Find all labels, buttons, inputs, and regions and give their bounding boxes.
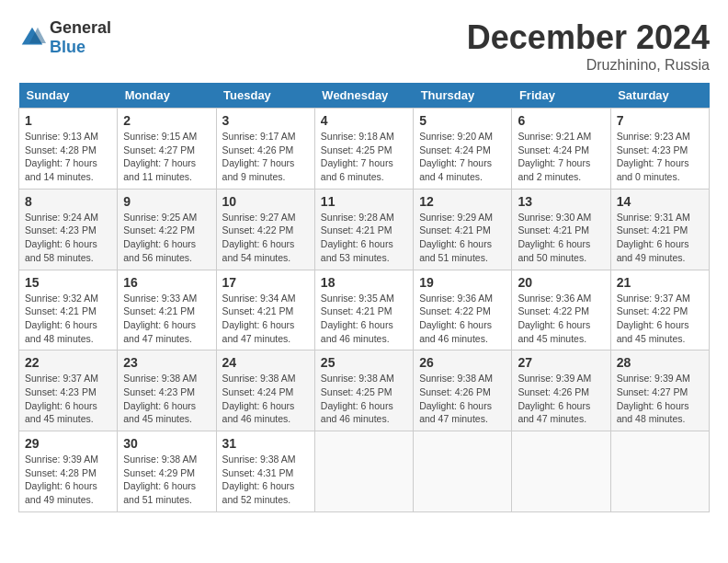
calendar-cell xyxy=(610,431,709,512)
day-number: 6 xyxy=(518,113,604,128)
day-detail: Sunrise: 9:13 AM Sunset: 4:28 PM Dayligh… xyxy=(25,130,111,184)
logo-text: General Blue xyxy=(50,18,111,57)
day-number: 9 xyxy=(123,194,210,209)
day-header-thursday: Thursday xyxy=(414,83,512,109)
calendar-cell: 30 Sunrise: 9:38 AM Sunset: 4:29 PM Dayl… xyxy=(118,431,216,512)
day-detail: Sunrise: 9:23 AM Sunset: 4:23 PM Dayligh… xyxy=(617,130,703,184)
location-title: Druzhinino, Russia xyxy=(467,57,710,74)
day-detail: Sunrise: 9:24 AM Sunset: 4:23 PM Dayligh… xyxy=(25,211,111,265)
day-detail: Sunrise: 9:15 AM Sunset: 4:27 PM Dayligh… xyxy=(123,130,210,184)
calendar-cell: 27 Sunrise: 9:39 AM Sunset: 4:26 PM Dayl… xyxy=(512,350,610,431)
calendar-cell: 28 Sunrise: 9:39 AM Sunset: 4:27 PM Dayl… xyxy=(610,350,709,431)
calendar-cell: 17 Sunrise: 9:34 AM Sunset: 4:21 PM Dayl… xyxy=(216,270,314,350)
day-number: 14 xyxy=(617,194,703,209)
day-detail: Sunrise: 9:37 AM Sunset: 4:22 PM Dayligh… xyxy=(617,292,703,346)
day-detail: Sunrise: 9:33 AM Sunset: 4:21 PM Dayligh… xyxy=(123,292,210,346)
calendar-cell: 7 Sunrise: 9:23 AM Sunset: 4:23 PM Dayli… xyxy=(610,109,709,190)
calendar-cell: 12 Sunrise: 9:29 AM Sunset: 4:21 PM Dayl… xyxy=(414,189,512,270)
title-area: December 2024 Druzhinino, Russia xyxy=(467,18,710,74)
calendar-cell: 8 Sunrise: 9:24 AM Sunset: 4:23 PM Dayli… xyxy=(19,189,118,270)
day-number: 16 xyxy=(123,275,210,290)
day-number: 22 xyxy=(25,355,111,370)
day-number: 24 xyxy=(222,355,309,370)
day-detail: Sunrise: 9:36 AM Sunset: 4:22 PM Dayligh… xyxy=(419,292,506,346)
day-header-monday: Monday xyxy=(118,83,216,109)
day-detail: Sunrise: 9:27 AM Sunset: 4:22 PM Dayligh… xyxy=(222,211,309,265)
calendar-cell: 31 Sunrise: 9:38 AM Sunset: 4:31 PM Dayl… xyxy=(216,431,314,512)
day-header-friday: Friday xyxy=(512,83,610,109)
day-detail: Sunrise: 9:39 AM Sunset: 4:27 PM Dayligh… xyxy=(617,372,703,426)
day-number: 13 xyxy=(518,194,604,209)
day-number: 3 xyxy=(222,113,309,128)
calendar-cell: 19 Sunrise: 9:36 AM Sunset: 4:22 PM Dayl… xyxy=(414,270,512,350)
calendar-cell: 2 Sunrise: 9:15 AM Sunset: 4:27 PM Dayli… xyxy=(118,109,216,190)
week-row-5: 29 Sunrise: 9:39 AM Sunset: 4:28 PM Dayl… xyxy=(19,431,710,512)
calendar-cell: 6 Sunrise: 9:21 AM Sunset: 4:24 PM Dayli… xyxy=(512,109,610,190)
day-detail: Sunrise: 9:38 AM Sunset: 4:25 PM Dayligh… xyxy=(321,372,407,426)
week-row-3: 15 Sunrise: 9:32 AM Sunset: 4:21 PM Dayl… xyxy=(19,270,710,350)
day-detail: Sunrise: 9:39 AM Sunset: 4:26 PM Dayligh… xyxy=(518,372,604,426)
day-number: 7 xyxy=(617,113,703,128)
calendar-cell: 21 Sunrise: 9:37 AM Sunset: 4:22 PM Dayl… xyxy=(610,270,709,350)
day-number: 12 xyxy=(419,194,506,209)
day-header-tuesday: Tuesday xyxy=(216,83,314,109)
day-detail: Sunrise: 9:38 AM Sunset: 4:23 PM Dayligh… xyxy=(123,372,210,426)
day-detail: Sunrise: 9:36 AM Sunset: 4:22 PM Dayligh… xyxy=(518,292,604,346)
calendar-cell xyxy=(314,431,413,512)
calendar-cell: 24 Sunrise: 9:38 AM Sunset: 4:24 PM Dayl… xyxy=(216,350,314,431)
header: General Blue December 2024 Druzhinino, R… xyxy=(18,18,710,74)
calendar-cell: 14 Sunrise: 9:31 AM Sunset: 4:21 PM Dayl… xyxy=(610,189,709,270)
day-detail: Sunrise: 9:31 AM Sunset: 4:21 PM Dayligh… xyxy=(617,211,703,265)
week-row-2: 8 Sunrise: 9:24 AM Sunset: 4:23 PM Dayli… xyxy=(19,189,710,270)
day-detail: Sunrise: 9:38 AM Sunset: 4:29 PM Dayligh… xyxy=(123,453,210,507)
day-number: 28 xyxy=(617,355,703,370)
calendar-cell: 5 Sunrise: 9:20 AM Sunset: 4:24 PM Dayli… xyxy=(414,109,512,190)
calendar-cell: 11 Sunrise: 9:28 AM Sunset: 4:21 PM Dayl… xyxy=(314,189,413,270)
day-number: 31 xyxy=(222,436,309,451)
calendar-cell: 23 Sunrise: 9:38 AM Sunset: 4:23 PM Dayl… xyxy=(118,350,216,431)
day-detail: Sunrise: 9:34 AM Sunset: 4:21 PM Dayligh… xyxy=(222,292,309,346)
week-row-4: 22 Sunrise: 9:37 AM Sunset: 4:23 PM Dayl… xyxy=(19,350,710,431)
calendar-cell: 18 Sunrise: 9:35 AM Sunset: 4:21 PM Dayl… xyxy=(314,270,413,350)
days-header-row: SundayMondayTuesdayWednesdayThursdayFrid… xyxy=(19,83,710,109)
day-detail: Sunrise: 9:20 AM Sunset: 4:24 PM Dayligh… xyxy=(419,130,506,184)
day-detail: Sunrise: 9:17 AM Sunset: 4:26 PM Dayligh… xyxy=(222,130,309,184)
day-detail: Sunrise: 9:30 AM Sunset: 4:21 PM Dayligh… xyxy=(518,211,604,265)
day-number: 11 xyxy=(321,194,407,209)
calendar-cell: 26 Sunrise: 9:38 AM Sunset: 4:26 PM Dayl… xyxy=(414,350,512,431)
day-detail: Sunrise: 9:38 AM Sunset: 4:24 PM Dayligh… xyxy=(222,372,309,426)
day-number: 4 xyxy=(321,113,407,128)
day-header-wednesday: Wednesday xyxy=(314,83,413,109)
day-detail: Sunrise: 9:39 AM Sunset: 4:28 PM Dayligh… xyxy=(25,453,111,507)
day-detail: Sunrise: 9:38 AM Sunset: 4:31 PM Dayligh… xyxy=(222,453,309,507)
day-number: 21 xyxy=(617,275,703,290)
day-number: 8 xyxy=(25,194,111,209)
calendar-cell: 3 Sunrise: 9:17 AM Sunset: 4:26 PM Dayli… xyxy=(216,109,314,190)
day-number: 27 xyxy=(518,355,604,370)
day-number: 17 xyxy=(222,275,309,290)
calendar-cell: 25 Sunrise: 9:38 AM Sunset: 4:25 PM Dayl… xyxy=(314,350,413,431)
day-number: 18 xyxy=(321,275,407,290)
week-row-1: 1 Sunrise: 9:13 AM Sunset: 4:28 PM Dayli… xyxy=(19,109,710,190)
day-number: 19 xyxy=(419,275,506,290)
calendar-cell: 15 Sunrise: 9:32 AM Sunset: 4:21 PM Dayl… xyxy=(19,270,118,350)
calendar: SundayMondayTuesdayWednesdayThursdayFrid… xyxy=(18,83,710,512)
calendar-cell: 4 Sunrise: 9:18 AM Sunset: 4:25 PM Dayli… xyxy=(314,109,413,190)
day-detail: Sunrise: 9:38 AM Sunset: 4:26 PM Dayligh… xyxy=(419,372,506,426)
logo: General Blue xyxy=(18,18,111,57)
calendar-cell: 22 Sunrise: 9:37 AM Sunset: 4:23 PM Dayl… xyxy=(19,350,118,431)
day-detail: Sunrise: 9:21 AM Sunset: 4:24 PM Dayligh… xyxy=(518,130,604,184)
calendar-cell xyxy=(414,431,512,512)
day-number: 1 xyxy=(25,113,111,128)
day-number: 23 xyxy=(123,355,210,370)
day-number: 20 xyxy=(518,275,604,290)
day-number: 30 xyxy=(123,436,210,451)
calendar-cell: 1 Sunrise: 9:13 AM Sunset: 4:28 PM Dayli… xyxy=(19,109,118,190)
day-number: 25 xyxy=(321,355,407,370)
day-number: 5 xyxy=(419,113,506,128)
day-detail: Sunrise: 9:29 AM Sunset: 4:21 PM Dayligh… xyxy=(419,211,506,265)
calendar-cell: 16 Sunrise: 9:33 AM Sunset: 4:21 PM Dayl… xyxy=(118,270,216,350)
calendar-cell: 29 Sunrise: 9:39 AM Sunset: 4:28 PM Dayl… xyxy=(19,431,118,512)
day-number: 2 xyxy=(123,113,210,128)
logo-icon xyxy=(18,24,46,52)
